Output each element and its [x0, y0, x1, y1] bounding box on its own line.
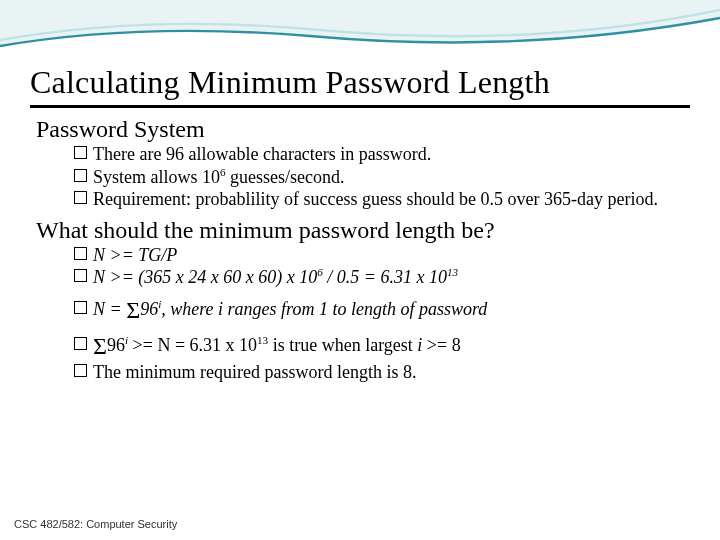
bullet-item: N = Σ96i, where i ranges from 1 to lengt…: [74, 295, 690, 325]
bullet-box-icon: [74, 337, 87, 350]
bullet-item: System allows 106 guesses/second.: [74, 166, 690, 189]
section-heading: What should the minimum password length …: [36, 217, 690, 244]
bullet-box-icon: [74, 146, 87, 159]
title-rule: [30, 105, 690, 108]
bullet-item: There are 96 allowable characters in pas…: [74, 143, 690, 166]
bullet-item: Requirement: probablility of success gue…: [74, 188, 690, 211]
slide-title: Calculating Minimum Password Length: [30, 64, 690, 101]
bullet-box-icon: [74, 191, 87, 204]
slide-footer: CSC 482/582: Computer Security: [14, 518, 177, 530]
bullet-box-icon: [74, 247, 87, 260]
bullet-box-icon: [74, 301, 87, 314]
bullet-item: N >= TG/P: [74, 244, 690, 267]
sigma-icon: Σ: [93, 333, 107, 359]
bullet-box-icon: [74, 364, 87, 377]
bullet-box-icon: [74, 169, 87, 182]
bullet-box-icon: [74, 269, 87, 282]
bullet-item: N >= (365 x 24 x 60 x 60) x 106 / 0.5 = …: [74, 266, 690, 289]
bullet-item: The minimum required password length is …: [74, 361, 690, 384]
section-heading: Password System: [36, 116, 690, 143]
bullet-item: Σ96i >= N = 6.31 x 1013 is true when lar…: [74, 331, 690, 361]
sigma-icon: Σ: [126, 297, 140, 323]
